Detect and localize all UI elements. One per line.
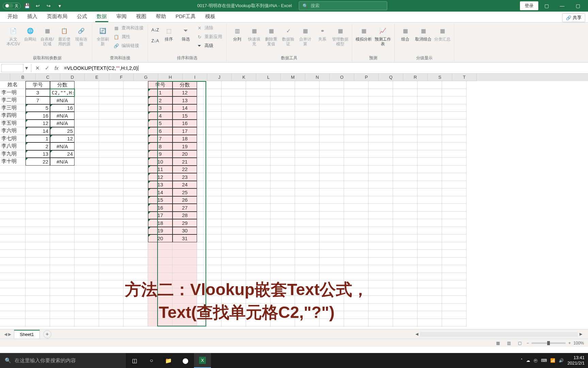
cell[interactable]	[295, 319, 320, 327]
cell[interactable]	[124, 104, 148, 112]
cell[interactable]	[75, 311, 99, 319]
cell[interactable]	[222, 311, 246, 319]
cell[interactable]	[320, 127, 344, 135]
cell[interactable]	[246, 96, 271, 104]
cell[interactable]	[271, 135, 295, 143]
cell[interactable]	[344, 319, 369, 327]
cell[interactable]	[418, 227, 442, 235]
column-header[interactable]: G	[134, 74, 158, 81]
cell[interactable]	[295, 158, 320, 166]
cell[interactable]	[124, 96, 148, 104]
cell[interactable]	[320, 96, 344, 104]
cell[interactable]	[393, 212, 418, 219]
cell[interactable]	[26, 273, 50, 281]
cell[interactable]	[75, 242, 99, 250]
cell[interactable]	[99, 219, 124, 227]
cell[interactable]	[124, 250, 148, 258]
cell[interactable]	[442, 150, 467, 158]
cell[interactable]	[0, 280, 26, 288]
excel-icon[interactable]: X	[194, 353, 211, 368]
cell[interactable]	[369, 188, 393, 196]
cell[interactable]	[418, 234, 442, 242]
cell[interactable]	[99, 150, 124, 158]
cell[interactable]	[75, 104, 99, 112]
cell[interactable]	[99, 227, 124, 235]
cell[interactable]	[99, 181, 124, 189]
cell[interactable]	[222, 166, 246, 173]
cell[interactable]: 分数	[50, 81, 75, 89]
cell[interactable]	[320, 166, 344, 173]
cell[interactable]	[271, 242, 295, 250]
cell[interactable]	[0, 196, 26, 204]
cell[interactable]: 14	[148, 188, 173, 196]
cell[interactable]	[0, 166, 26, 173]
cell[interactable]	[369, 234, 393, 242]
cell[interactable]	[222, 273, 246, 281]
cell[interactable]	[320, 173, 344, 181]
cell[interactable]: 10	[148, 158, 173, 166]
cell[interactable]	[0, 258, 26, 265]
cell[interactable]	[50, 265, 75, 273]
cell[interactable]	[0, 288, 26, 296]
cell[interactable]	[75, 219, 99, 227]
cell[interactable]	[197, 280, 222, 288]
cell[interactable]	[271, 227, 295, 235]
cell[interactable]	[173, 273, 197, 281]
cell[interactable]: 19	[148, 227, 173, 235]
cell[interactable]	[99, 188, 124, 196]
cell[interactable]	[295, 265, 320, 273]
cell[interactable]	[75, 173, 99, 181]
cell[interactable]	[99, 142, 124, 150]
cell[interactable]	[344, 234, 369, 242]
cell[interactable]	[271, 258, 295, 265]
cell[interactable]	[222, 296, 246, 304]
cell[interactable]	[418, 150, 442, 158]
flash-fill-button[interactable]: ▦快速填充	[246, 24, 262, 48]
cell[interactable]	[75, 288, 99, 296]
cell[interactable]	[26, 166, 50, 173]
cell[interactable]	[124, 273, 148, 281]
cell[interactable]	[295, 196, 320, 204]
cell[interactable]	[246, 188, 271, 196]
cell[interactable]	[124, 319, 148, 327]
cell[interactable]	[344, 304, 369, 311]
cell[interactable]	[173, 304, 197, 311]
cell[interactable]	[295, 127, 320, 135]
cell[interactable]: 18	[173, 135, 197, 143]
wifi-icon[interactable]: 📶	[550, 358, 555, 363]
cell[interactable]: 13	[148, 181, 173, 189]
cell[interactable]	[442, 81, 467, 89]
cell[interactable]	[393, 258, 418, 265]
cell[interactable]	[344, 311, 369, 319]
cell[interactable]	[369, 227, 393, 235]
cell[interactable]	[271, 234, 295, 242]
cell[interactable]	[99, 196, 124, 204]
cell[interactable]	[369, 250, 393, 258]
cell[interactable]	[197, 319, 222, 327]
cell[interactable]: 13	[173, 96, 197, 104]
cell[interactable]	[369, 112, 393, 120]
cell[interactable]	[75, 158, 99, 166]
cell[interactable]	[0, 188, 26, 196]
cell[interactable]	[442, 158, 467, 166]
cell[interactable]	[442, 227, 467, 235]
cell[interactable]	[75, 204, 99, 212]
cell[interactable]	[369, 296, 393, 304]
cell[interactable]	[369, 280, 393, 288]
cell[interactable]: 24	[173, 181, 197, 189]
cell[interactable]	[320, 280, 344, 288]
cell[interactable]	[393, 242, 418, 250]
cell[interactable]	[271, 196, 295, 204]
cell[interactable]	[222, 265, 246, 273]
cell[interactable]	[442, 288, 467, 296]
cell[interactable]: 14	[26, 127, 50, 135]
cell[interactable]	[295, 188, 320, 196]
cell[interactable]: 17	[148, 212, 173, 219]
cell[interactable]	[418, 219, 442, 227]
cell[interactable]	[26, 196, 50, 204]
onedrive-icon[interactable]: ☁	[526, 358, 530, 363]
column-header[interactable]: N	[305, 74, 330, 81]
cell[interactable]	[393, 127, 418, 135]
cell[interactable]	[99, 273, 124, 281]
cell[interactable]: 李四明	[0, 112, 26, 120]
